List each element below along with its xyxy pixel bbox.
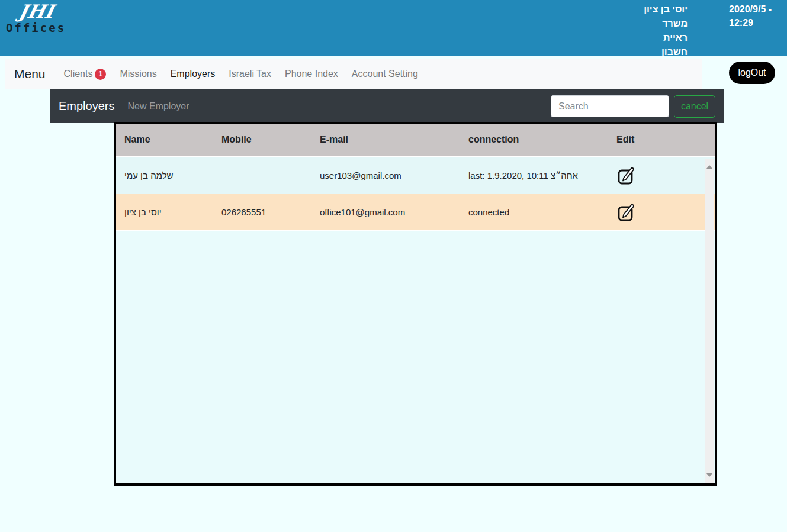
menu-brand[interactable]: Menu — [14, 67, 46, 81]
column-header-mobile: Mobile — [221, 134, 320, 145]
clients-count-badge: 1 — [95, 69, 106, 80]
edit-employer-button[interactable] — [616, 166, 635, 186]
scroll-down-icon[interactable] — [706, 473, 712, 477]
menu-item-clients[interactable]: Clients 1 — [64, 69, 107, 80]
logo-offices-text: Offices — [6, 21, 66, 34]
employer-email: user103@gmail.com — [320, 170, 468, 180]
cancel-button[interactable]: cancel — [674, 95, 715, 118]
logged-in-user-name: יוסי בן ציון משרד ראיית חשבון — [644, 2, 688, 59]
employer-name: יוסי בן ציון — [124, 207, 221, 217]
employer-mobile: 026265551 — [221, 207, 320, 217]
menu-item-phone-index[interactable]: Phone Index — [285, 69, 338, 79]
current-datetime: 2020/9/5 - 12:29 — [729, 2, 772, 30]
pencil-square-icon — [616, 166, 635, 186]
search-input[interactable] — [551, 95, 669, 117]
column-header-edit: Edit — [616, 134, 715, 145]
app-header: JHI Offices יוסי בן ציון משרד ראיית חשבו… — [0, 0, 787, 56]
app-logo: JHI Offices — [6, 1, 66, 34]
date-text: 2020/9/5 - — [729, 2, 772, 16]
main-menu-bar: Menu Clients 1 Missions Employers Israel… — [5, 59, 702, 89]
logo-jhi-text: JHI — [17, 1, 68, 21]
new-employer-link[interactable]: New Employer — [127, 101, 189, 112]
user-name-line: משרד — [644, 17, 688, 31]
menu-item-account-setting[interactable]: Account Setting — [352, 69, 418, 79]
scroll-up-icon[interactable] — [706, 165, 712, 169]
table-row-selected[interactable]: יוסי בן ציון 026265551 office101@gmail.c… — [116, 194, 715, 231]
menu-item-clients-label: Clients — [64, 69, 93, 79]
table-row[interactable]: שלמה בן עמי user103@gmail.com last: 1.9.… — [116, 157, 715, 194]
user-name-line: חשבון — [644, 45, 688, 59]
table-header-row: Name Mobile E-mail connection Edit — [116, 124, 715, 157]
employers-table: Name Mobile E-mail connection Edit שלמה … — [114, 122, 717, 486]
time-text: 12:29 — [729, 16, 772, 30]
employer-connection-status: connected — [468, 207, 616, 217]
edit-employer-button[interactable] — [616, 202, 635, 223]
column-header-name: Name — [124, 134, 221, 145]
menu-item-israeli-tax[interactable]: Israeli Tax — [229, 69, 271, 79]
menu-item-employers[interactable]: Employers — [171, 69, 216, 79]
employer-email: office101@gmail.com — [320, 207, 468, 217]
user-name-line: ראיית — [644, 31, 688, 45]
pencil-square-icon — [616, 202, 635, 223]
subnav-employers-title[interactable]: Employers — [59, 99, 114, 113]
column-header-email: E-mail — [320, 134, 468, 145]
employer-name: שלמה בן עמי — [124, 170, 221, 180]
column-header-connection: connection — [468, 134, 616, 145]
employer-connection-status: last: 1.9.2020, 10:11 אחה״צ — [468, 170, 616, 180]
logout-button[interactable]: logOut — [729, 62, 775, 84]
employers-subnav: Employers New Employer cancel — [50, 89, 724, 123]
user-name-line: יוסי בן ציון — [644, 2, 688, 17]
table-scrollbar[interactable] — [705, 159, 714, 483]
menu-item-missions[interactable]: Missions — [120, 69, 156, 79]
